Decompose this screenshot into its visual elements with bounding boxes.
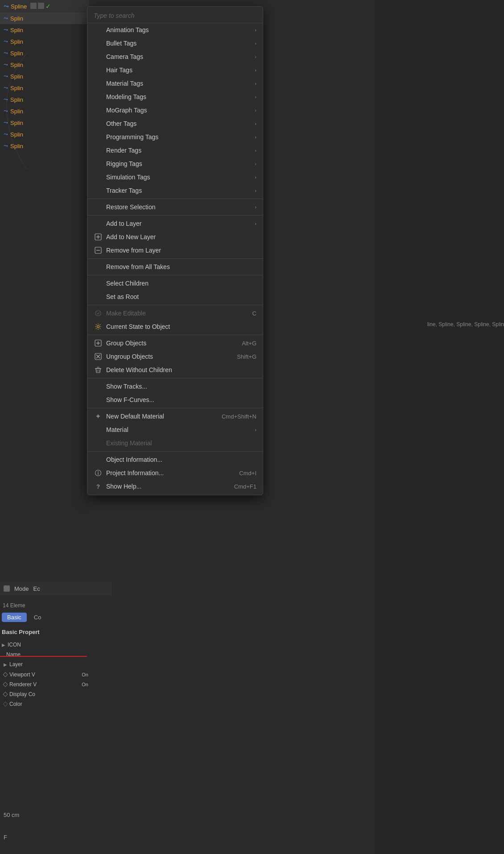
menu-item-simulation-tags[interactable]: Simulation Tags › (87, 170, 263, 184)
menu-item-camera-tags-icon (94, 52, 103, 61)
menu-item-add-to-new-layer[interactable]: Add to New Layer (87, 230, 263, 244)
menu-item-new-default-material[interactable]: + New Default Material Cmd+Shift+N (87, 410, 263, 423)
spline-label-1: Splin (10, 15, 23, 22)
toolbar-grid-icon (4, 585, 10, 592)
layer-row: ▶ Layer (4, 661, 23, 667)
menu-item-rigging-tags[interactable]: Rigging Tags › (87, 157, 263, 170)
menu-arrow-simulation-tags: › (255, 174, 256, 180)
top-icon-square (30, 3, 37, 9)
divider-2 (87, 215, 263, 216)
current-state-gear-icon (94, 322, 103, 331)
menu-item-select-children[interactable]: Select Children (87, 277, 263, 290)
red-line (0, 656, 87, 657)
menu-item-hair-tags-icon (94, 66, 103, 75)
group-objects-icon (94, 339, 103, 348)
menu-item-current-state-to-object[interactable]: Current State to Object (87, 320, 263, 333)
menu-item-show-fcurves[interactable]: Show F-Curves... (87, 393, 263, 406)
spline-icon-2: ⤳ (4, 27, 8, 33)
menu-item-render-tags-icon (94, 146, 103, 155)
menu-item-remove-from-layer[interactable]: Remove from Layer (87, 244, 263, 257)
menu-item-mograph-tags-label: MoGraph Tags (106, 107, 251, 114)
spline-item-2[interactable]: ⤳ Splin (0, 24, 89, 36)
spline-top-icon: ⤳ (4, 3, 9, 10)
menu-item-hair-tags[interactable]: Hair Tags › (87, 63, 263, 77)
menu-item-add-to-new-layer-label: Add to New Layer (106, 233, 256, 240)
menu-item-project-information[interactable]: Project Information... Cmd+I (87, 466, 263, 480)
group-objects-shortcut: Alt+G (242, 340, 256, 347)
elements-count-text: 14 Eleme (3, 602, 25, 609)
menu-arrow-hair-tags: › (255, 67, 256, 73)
menu-item-material-label: Material (106, 426, 251, 433)
diamond-display-color (3, 692, 8, 696)
menu-item-set-as-root[interactable]: Set as Root (87, 290, 263, 303)
spline-label-3: Splin (10, 38, 23, 45)
menu-item-modeling-tags[interactable]: Modeling Tags › (87, 90, 263, 104)
menu-item-material-tags-label: Material Tags (106, 80, 251, 87)
menu-arrow-restore-selection: › (255, 204, 256, 210)
menu-search-area[interactable] (87, 8, 263, 23)
menu-item-show-tracks-icon (94, 382, 103, 391)
diamond-viewport (3, 672, 8, 677)
svg-point-18 (98, 471, 99, 472)
bottom-toolbar: Mode Ec (0, 582, 112, 595)
divider-4 (87, 275, 263, 275)
tab-coord[interactable]: Co (29, 613, 47, 622)
menu-item-programming-tags-label: Programming Tags (106, 133, 251, 141)
spline-right-text: line, Spline, Spline, Spline, Splin (427, 321, 504, 328)
add-to-new-layer-icon (94, 232, 103, 241)
menu-item-modeling-tags-label: Modeling Tags (106, 93, 251, 100)
menu-item-restore-selection-icon (94, 203, 103, 211)
menu-item-existing-material-label: Existing Material (106, 439, 256, 447)
menu-item-show-help[interactable]: ? Show Help... Cmd+F1 (87, 480, 263, 493)
show-help-shortcut: Cmd+F1 (234, 483, 256, 490)
menu-item-camera-tags[interactable]: Camera Tags › (87, 50, 263, 63)
menu-item-add-to-layer[interactable]: Add to Layer › (87, 217, 263, 230)
ungroup-objects-icon (94, 352, 103, 361)
search-input[interactable] (94, 12, 256, 19)
spline-label-2: Splin (10, 27, 23, 33)
top-icons: ✓ (30, 3, 51, 10)
menu-item-delete-without-children-label: Delete Without Children (106, 366, 256, 373)
menu-item-hair-tags-label: Hair Tags (106, 66, 251, 74)
menu-item-restore-selection[interactable]: Restore Selection › (87, 200, 263, 214)
menu-item-animation-tags[interactable]: Animation Tags › (87, 23, 263, 37)
chevron-icon: ▶ (2, 643, 5, 647)
menu-item-programming-tags[interactable]: Programming Tags › (87, 130, 263, 144)
menu-item-tracker-tags[interactable]: Tracker Tags › (87, 184, 263, 197)
menu-item-material[interactable]: Material › (87, 423, 263, 436)
menu-item-simulation-tags-icon (94, 173, 103, 182)
tab-basic[interactable]: Basic (2, 613, 27, 622)
menu-item-other-tags-icon (94, 119, 103, 128)
project-information-icon (94, 468, 103, 477)
menu-item-bullet-tags[interactable]: Bullet Tags › (87, 37, 263, 50)
context-menu: Animation Tags › Bullet Tags › Camera Ta… (87, 6, 263, 495)
menu-item-group-objects[interactable]: Group Objects Alt+G (87, 336, 263, 350)
menu-arrow-tracker-tags: › (255, 188, 256, 193)
menu-item-delete-without-children[interactable]: Delete Without Children (87, 363, 263, 377)
menu-item-tracker-tags-label: Tracker Tags (106, 187, 251, 194)
menu-item-ungroup-objects-label: Ungroup Objects (106, 353, 230, 360)
spline-item-1[interactable]: ⤳ Splin (0, 12, 89, 24)
menu-item-new-default-material-label: New Default Material (106, 413, 215, 420)
menu-item-mograph-tags[interactable]: MoGraph Tags › (87, 104, 263, 117)
menu-item-other-tags[interactable]: Other Tags › (87, 117, 263, 130)
menu-item-material-tags[interactable]: Material Tags › (87, 77, 263, 90)
menu-arrow-render-tags: › (255, 148, 256, 153)
divider-6 (87, 335, 263, 335)
menu-item-object-information[interactable]: Object Information... (87, 453, 263, 466)
menu-item-render-tags-label: Render Tags (106, 147, 251, 154)
menu-item-render-tags[interactable]: Render Tags › (87, 144, 263, 157)
curved-bg-svg (0, 45, 31, 178)
divider-1 (87, 199, 263, 199)
menu-item-show-tracks[interactable]: Show Tracks... (87, 380, 263, 393)
menu-arrow-other-tags: › (255, 121, 256, 126)
scale-label: 50 cm (4, 812, 19, 818)
menu-item-ungroup-objects[interactable]: Ungroup Objects Shift+G (87, 350, 263, 363)
menu-arrow-programming-tags: › (255, 134, 256, 140)
menu-item-remove-from-all-takes[interactable]: Remove from All Takes (87, 260, 263, 274)
menu-item-rigging-tags-icon (94, 159, 103, 168)
menu-item-animation-tags-icon (94, 25, 103, 34)
menu-item-remove-from-all-takes-label: Remove from All Takes (106, 263, 256, 270)
display-color-row: Display Co (4, 691, 35, 697)
layer-chevron: ▶ (4, 662, 7, 667)
